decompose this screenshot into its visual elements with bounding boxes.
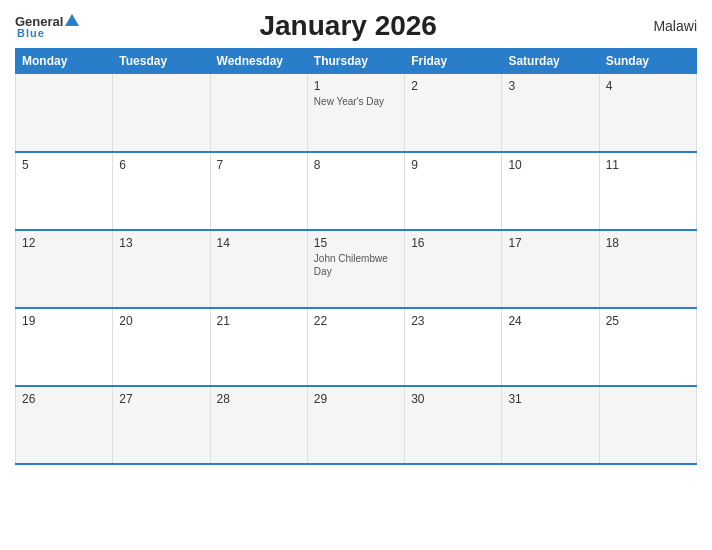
table-row (599, 386, 696, 464)
table-row: 31 (502, 386, 599, 464)
day-number: 21 (217, 314, 301, 328)
table-row: 12 (16, 230, 113, 308)
logo: General Blue (15, 14, 79, 39)
table-row: 18 (599, 230, 696, 308)
day-number: 4 (606, 79, 690, 93)
day-number: 16 (411, 236, 495, 250)
table-row: 7 (210, 152, 307, 230)
day-number: 12 (22, 236, 106, 250)
table-row: 13 (113, 230, 210, 308)
day-number: 6 (119, 158, 203, 172)
calendar-table: Monday Tuesday Wednesday Thursday Friday… (15, 48, 697, 465)
table-row: 22 (307, 308, 404, 386)
calendar-week-row: 12131415John Chilembwe Day161718 (16, 230, 697, 308)
holiday-label: John Chilembwe Day (314, 252, 398, 278)
day-number: 27 (119, 392, 203, 406)
table-row: 29 (307, 386, 404, 464)
day-header-row: Monday Tuesday Wednesday Thursday Friday… (16, 49, 697, 74)
day-number: 3 (508, 79, 592, 93)
table-row: 14 (210, 230, 307, 308)
day-number: 8 (314, 158, 398, 172)
header-saturday: Saturday (502, 49, 599, 74)
table-row: 20 (113, 308, 210, 386)
day-number: 15 (314, 236, 398, 250)
table-row: 6 (113, 152, 210, 230)
day-number: 14 (217, 236, 301, 250)
day-number: 2 (411, 79, 495, 93)
header-sunday: Sunday (599, 49, 696, 74)
table-row: 8 (307, 152, 404, 230)
table-row: 15John Chilembwe Day (307, 230, 404, 308)
table-row: 11 (599, 152, 696, 230)
header-tuesday: Tuesday (113, 49, 210, 74)
calendar-title: January 2026 (79, 10, 617, 42)
table-row: 25 (599, 308, 696, 386)
calendar-week-row: 19202122232425 (16, 308, 697, 386)
day-number: 18 (606, 236, 690, 250)
table-row: 17 (502, 230, 599, 308)
table-row: 19 (16, 308, 113, 386)
table-row: 21 (210, 308, 307, 386)
table-row: 4 (599, 74, 696, 152)
header-wednesday: Wednesday (210, 49, 307, 74)
table-row (210, 74, 307, 152)
table-row: 23 (405, 308, 502, 386)
table-row: 24 (502, 308, 599, 386)
calendar-page: General Blue January 2026 Malawi Monday … (0, 0, 712, 550)
calendar-week-row: 567891011 (16, 152, 697, 230)
table-row: 9 (405, 152, 502, 230)
day-number: 1 (314, 79, 398, 93)
day-number: 11 (606, 158, 690, 172)
day-number: 5 (22, 158, 106, 172)
calendar-header: General Blue January 2026 Malawi (15, 10, 697, 42)
table-row: 5 (16, 152, 113, 230)
holiday-label: New Year's Day (314, 95, 398, 108)
day-number: 28 (217, 392, 301, 406)
day-number: 17 (508, 236, 592, 250)
day-number: 23 (411, 314, 495, 328)
day-number: 25 (606, 314, 690, 328)
table-row (113, 74, 210, 152)
day-number: 24 (508, 314, 592, 328)
calendar-week-row: 1New Year's Day234 (16, 74, 697, 152)
day-number: 7 (217, 158, 301, 172)
day-number: 10 (508, 158, 592, 172)
day-number: 19 (22, 314, 106, 328)
country-label: Malawi (617, 18, 697, 34)
day-number: 20 (119, 314, 203, 328)
table-row (16, 74, 113, 152)
table-row: 3 (502, 74, 599, 152)
header-thursday: Thursday (307, 49, 404, 74)
table-row: 10 (502, 152, 599, 230)
table-row: 1New Year's Day (307, 74, 404, 152)
logo-blue-text: Blue (17, 27, 45, 39)
table-row: 16 (405, 230, 502, 308)
day-number: 22 (314, 314, 398, 328)
header-monday: Monday (16, 49, 113, 74)
day-number: 13 (119, 236, 203, 250)
table-row: 28 (210, 386, 307, 464)
table-row: 30 (405, 386, 502, 464)
day-number: 31 (508, 392, 592, 406)
day-number: 30 (411, 392, 495, 406)
calendar-week-row: 262728293031 (16, 386, 697, 464)
table-row: 26 (16, 386, 113, 464)
header-friday: Friday (405, 49, 502, 74)
logo-triangle-icon (65, 14, 79, 26)
day-number: 9 (411, 158, 495, 172)
day-number: 26 (22, 392, 106, 406)
day-number: 29 (314, 392, 398, 406)
table-row: 2 (405, 74, 502, 152)
table-row: 27 (113, 386, 210, 464)
